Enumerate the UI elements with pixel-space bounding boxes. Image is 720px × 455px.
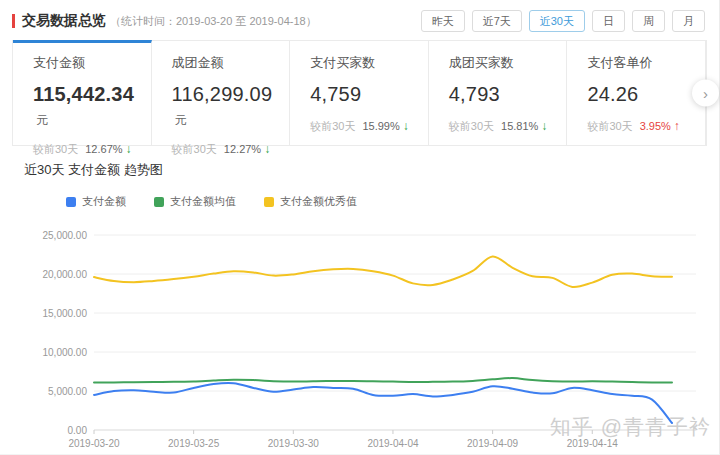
metric-value: 4,759 <box>310 83 422 106</box>
trend-up-arrow-icon: ↑ <box>674 119 680 133</box>
metric-value: 115,442.34元 <box>33 83 145 129</box>
page-title: 交易数据总览 <box>22 12 106 30</box>
trend-down-arrow-icon: ↓ <box>403 119 409 133</box>
range-button-day[interactable]: 日 <box>592 10 625 32</box>
metric-tab-group-buyers[interactable]: 成团买家数 4,793 较前30天15.81%↓ <box>429 40 568 145</box>
legend-swatch-blue <box>66 197 76 207</box>
header: 交易数据总览 （统计时间：2019-03-20 至 2019-04-18） 昨天… <box>0 0 719 32</box>
change-percent: 15.81% <box>501 120 538 132</box>
trend-down-arrow-icon: ↓ <box>126 142 132 156</box>
dashboard-page: 交易数据总览 （统计时间：2019-03-20 至 2019-04-18） 昨天… <box>0 0 720 455</box>
metric-tab-avg-order-value[interactable]: 支付客单价 24.26 较前30天3.95%↑ <box>567 40 706 145</box>
title-accent-bar <box>12 14 15 28</box>
legend-item-payment-excellent[interactable]: 支付金额优秀值 <box>264 194 357 209</box>
metric-compare-row: 较前30天12.27%↓ <box>172 142 284 157</box>
metric-label: 成团金额 <box>172 54 284 72</box>
trend-down-arrow-icon: ↓ <box>264 142 270 156</box>
metric-unit: 元 <box>175 113 187 127</box>
metric-label: 支付客单价 <box>587 54 699 72</box>
time-range-button-group: 昨天 近7天 近30天 日 周 月 <box>421 10 705 32</box>
metric-tab-group-amount[interactable]: 成团金额 116,299.09元 较前30天12.27%↓ <box>152 40 291 145</box>
change-percent: 12.67% <box>85 143 122 155</box>
legend-swatch-green <box>154 197 164 207</box>
y-axis-tick-label: 10,000.00 <box>43 347 88 358</box>
series-line-2 <box>94 256 672 287</box>
range-button-month[interactable]: 月 <box>672 10 705 32</box>
legend-item-payment-amount[interactable]: 支付金额 <box>66 194 126 209</box>
x-axis-tick-label: 2019-04-14 <box>567 438 619 449</box>
metric-compare-row: 较前30天3.95%↑ <box>587 119 699 134</box>
change-percent: 15.99% <box>362 120 399 132</box>
metric-tab-payment-amount[interactable]: 支付金额 115,442.34元 较前30天12.67%↓ <box>13 40 152 145</box>
metric-tab-paying-buyers[interactable]: 支付买家数 4,759 较前30天15.99%↓ <box>290 40 429 145</box>
metric-compare-row: 较前30天15.81%↓ <box>449 119 561 134</box>
legend-label: 支付金额均值 <box>170 194 236 209</box>
date-range-subtitle: （统计时间：2019-03-20 至 2019-04-18） <box>110 14 317 29</box>
x-axis-tick-label: 2019-04-09 <box>467 438 519 449</box>
metric-label: 成团买家数 <box>449 54 561 72</box>
x-axis-tick-label: 2019-03-25 <box>168 438 220 449</box>
y-axis-tick-label: 5,000.00 <box>48 386 87 397</box>
metric-label: 支付金额 <box>33 54 145 72</box>
legend-label: 支付金额优秀值 <box>280 194 357 209</box>
legend-item-payment-average[interactable]: 支付金额均值 <box>154 194 236 209</box>
metric-unit: 元 <box>36 113 48 127</box>
metric-value: 116,299.09元 <box>172 83 284 129</box>
trend-chart[interactable]: 0.005,000.0010,000.0015,000.0020,000.002… <box>6 213 719 455</box>
change-percent: 3.95% <box>640 120 671 132</box>
x-axis-tick-label: 2019-03-30 <box>268 438 320 449</box>
metric-compare-row: 较前30天15.99%↓ <box>310 119 422 134</box>
series-line-0 <box>94 383 672 423</box>
trend-chart-section: 近30天 支付金额 趋势图 支付金额 支付金额均值 支付金额优秀值 0.005,… <box>0 161 719 455</box>
range-button-last7days[interactable]: 近7天 <box>472 10 522 32</box>
series-line-1 <box>94 378 672 382</box>
chevron-right-icon: › <box>703 84 708 101</box>
trend-down-arrow-icon: ↓ <box>541 119 547 133</box>
y-axis-tick-label: 15,000.00 <box>43 308 88 319</box>
chart-legend: 支付金额 支付金额均值 支付金额优秀值 <box>66 194 719 209</box>
metric-value: 4,793 <box>449 83 561 106</box>
metric-label: 支付买家数 <box>310 54 422 72</box>
carousel-next-button[interactable]: › <box>692 79 719 106</box>
trend-chart-svg: 0.005,000.0010,000.0015,000.0020,000.002… <box>6 213 716 455</box>
range-button-week[interactable]: 周 <box>632 10 665 32</box>
metric-value: 24.26 <box>587 83 699 106</box>
range-button-yesterday[interactable]: 昨天 <box>421 10 465 32</box>
metric-compare-row: 较前30天12.67%↓ <box>33 142 145 157</box>
x-axis-tick-label: 2019-04-04 <box>367 438 419 449</box>
metric-tab-strip: 支付金额 115,442.34元 较前30天12.67%↓ 成团金额 116,2… <box>12 40 707 146</box>
legend-label: 支付金额 <box>82 194 126 209</box>
range-button-last30days[interactable]: 近30天 <box>529 10 585 32</box>
change-percent: 12.27% <box>224 143 261 155</box>
y-axis-tick-label: 0.00 <box>68 425 88 436</box>
legend-swatch-yellow <box>264 197 274 207</box>
y-axis-tick-label: 20,000.00 <box>43 269 88 280</box>
chart-title: 近30天 支付金额 趋势图 <box>24 161 719 179</box>
y-axis-tick-label: 25,000.00 <box>43 230 88 241</box>
x-axis-tick-label: 2019-03-20 <box>68 438 120 449</box>
